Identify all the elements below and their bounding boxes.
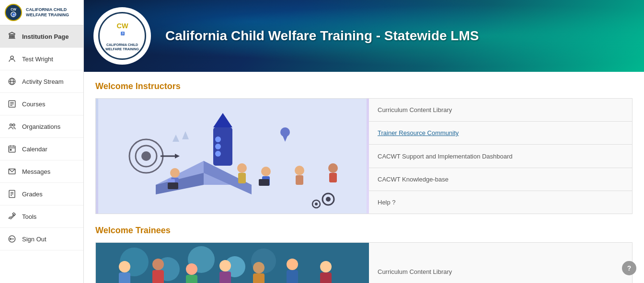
svg-rect-14 [9, 146, 15, 152]
sidebar-item-activity-stream[interactable]: Activity Stream [0, 70, 83, 93]
banner-logo-text: CALIFORNIA Child Welfare Training [100, 43, 145, 51]
svg-text:CW: CW [11, 8, 16, 11]
svg-rect-52 [238, 173, 246, 183]
svg-point-73 [219, 260, 231, 272]
user-icon [7, 54, 17, 64]
svg-point-55 [280, 127, 290, 137]
sidebar-item-institution-page[interactable]: 🏛 Institution Page [0, 25, 83, 48]
svg-point-63 [315, 203, 318, 205]
help-button[interactable]: ? [622, 261, 636, 275]
globe-icon [7, 76, 17, 87]
messages-icon [7, 166, 17, 177]
svg-rect-54 [329, 173, 337, 182]
sidebar-item-courses[interactable]: Courses [0, 93, 83, 115]
svg-rect-80 [219, 272, 231, 283]
logo-icon: CW ♿ [5, 4, 22, 21]
trainees-illustration [96, 243, 369, 283]
svg-rect-18 [10, 149, 11, 150]
sidebar-item-tools[interactable]: Tools [0, 205, 83, 228]
banner-logo-inner: CW ♿ CALIFORNIA Child Welfare Training [98, 12, 146, 60]
instructors-panel: Curriculum Content Library Trainer Resou… [95, 98, 632, 214]
sidebar-navigation: 🏛 Institution Page Test Wright A [0, 25, 83, 283]
cacwt-knowledge-base-link[interactable]: CACWT Knowledge-base [369, 168, 632, 191]
svg-point-51 [237, 163, 247, 173]
cacwt-support-link[interactable]: CACWT Support and Implementation Dashboa… [369, 145, 632, 168]
svg-rect-79 [186, 275, 197, 283]
courses-icon [7, 99, 17, 109]
banner-logo: CW ♿ CALIFORNIA Child Welfare Training [93, 7, 151, 65]
svg-point-35 [215, 136, 221, 142]
svg-rect-82 [287, 270, 298, 283]
svg-text:♿: ♿ [12, 13, 16, 17]
svg-rect-47 [168, 179, 175, 183]
sidebar-item-grades[interactable]: Grades [0, 183, 83, 205]
svg-rect-77 [119, 272, 130, 283]
sidebar-item-messages[interactable]: Messages [0, 160, 83, 183]
organizations-icon [7, 121, 17, 132]
page-content: Welcome Instructors [84, 72, 644, 283]
svg-point-49 [295, 166, 304, 175]
svg-point-37 [215, 151, 221, 157]
trainees-panel: Curriculum Content Library [95, 242, 632, 283]
svg-text:CW: CW [116, 22, 128, 30]
sidebar-logo-text: CALIFORNIA Child Welfare Training [26, 7, 79, 18]
svg-point-4 [11, 56, 13, 59]
svg-point-0 [5, 4, 22, 21]
svg-point-75 [287, 259, 298, 270]
trainee-curriculum-link[interactable]: Curriculum Content Library [369, 243, 632, 283]
svg-rect-48 [168, 182, 178, 189]
institution-icon: 🏛 [7, 31, 17, 42]
svg-rect-83 [320, 272, 332, 283]
svg-point-13 [13, 124, 15, 126]
svg-text:♿: ♿ [120, 32, 124, 35]
svg-rect-81 [253, 273, 264, 283]
sidebar-item-calendar[interactable]: Calendar [0, 138, 83, 160]
sidebar-item-test-wright[interactable]: Test Wright [0, 48, 83, 70]
calendar-icon [7, 144, 17, 154]
svg-point-61 [326, 197, 331, 202]
svg-point-74 [253, 262, 264, 273]
sign-out-icon [7, 234, 17, 244]
header-banner: CW ♿ CALIFORNIA Child Welfare Training C… [84, 0, 644, 72]
svg-point-72 [186, 263, 197, 275]
svg-point-53 [328, 163, 338, 173]
trainee-links-list: Curriculum Content Library [369, 243, 632, 283]
svg-point-57 [261, 167, 271, 176]
svg-point-40 [141, 151, 151, 161]
main-content: CW ♿ CALIFORNIA Child Welfare Training C… [84, 0, 644, 283]
sidebar-item-organizations[interactable]: Organizations [0, 115, 83, 138]
curriculum-content-library-link[interactable]: Curriculum Content Library [369, 99, 632, 122]
tools-icon [7, 211, 17, 222]
grades-icon [7, 189, 17, 199]
instructor-links: Curriculum Content Library Trainer Resou… [369, 99, 632, 214]
svg-point-36 [215, 144, 221, 149]
svg-rect-59 [259, 179, 269, 186]
help-link[interactable]: Help ? [369, 191, 632, 214]
svg-rect-50 [296, 175, 303, 185]
sidebar-item-sign-out[interactable]: Sign Out [0, 228, 83, 250]
sidebar-logo: CW ♿ CALIFORNIA Child Welfare Training [0, 0, 83, 25]
trainer-resource-community-link[interactable]: Trainer Resource Community [369, 122, 632, 145]
trainees-section: Welcome Trainees [95, 226, 632, 283]
instructors-section-title: Welcome Instructors [95, 81, 632, 91]
svg-rect-78 [152, 270, 164, 283]
trainees-section-title: Welcome Trainees [95, 226, 632, 236]
svg-point-76 [320, 261, 332, 272]
instructors-section: Welcome Instructors [95, 81, 632, 214]
banner-title: California Child Welfare Training - Stat… [165, 28, 479, 44]
sidebar: CW ♿ CALIFORNIA Child Welfare Training 🏛… [0, 0, 84, 283]
svg-point-45 [170, 168, 180, 178]
svg-point-71 [152, 259, 164, 270]
svg-point-12 [10, 124, 12, 126]
instructors-illustration [96, 99, 369, 214]
svg-point-70 [119, 261, 130, 272]
